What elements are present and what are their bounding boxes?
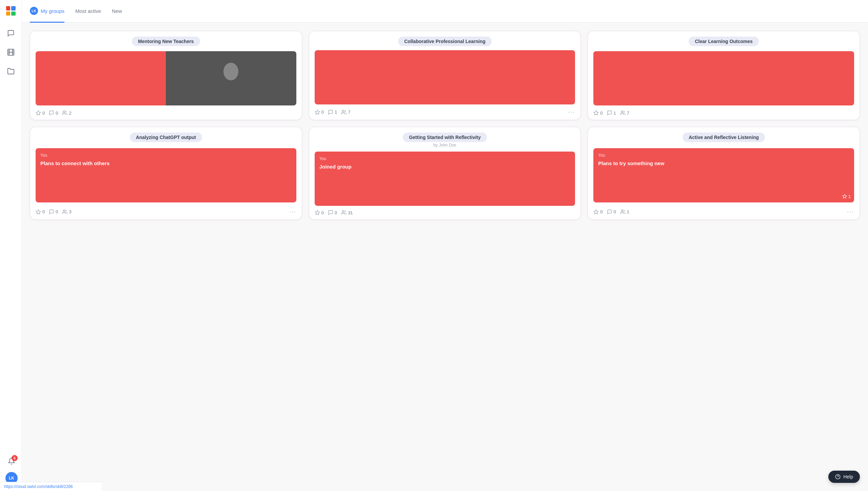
tabs-bar: LKMy groupsMost activeNew <box>22 0 868 23</box>
tab-label-most-active: Most active <box>75 8 101 14</box>
folder-icon[interactable] <box>5 65 17 77</box>
help-button[interactable]: Help <box>828 471 860 483</box>
tab-label-my-groups: My groups <box>41 8 64 14</box>
tab-my-groups[interactable]: LKMy groups <box>30 0 64 23</box>
film-icon[interactable] <box>5 46 17 58</box>
card-comments-analyzing-chatgpt-output[interactable]: 0 <box>49 209 58 215</box>
card-members-getting-started-with-reflectivity: 31 <box>341 210 353 215</box>
card-more-button-active-and-reflective-listening[interactable]: ··· <box>847 208 854 215</box>
svg-point-6 <box>342 110 344 112</box>
card-stars-collaborative-professional-learning[interactable]: 0 <box>315 110 324 115</box>
card-comments-mentoring-new-teachers[interactable]: 0 <box>49 110 58 116</box>
card-image-collaborative-professional-learning <box>309 50 581 104</box>
svg-marker-9 <box>36 210 40 214</box>
card-image-mentoring-new-teachers <box>30 50 302 106</box>
card-active-and-reflective-listening[interactable]: Active and Reflective ListeningYouPlans … <box>588 127 860 220</box>
svg-marker-3 <box>36 111 40 115</box>
card-image-analyzing-chatgpt-output: YouPlans to connect with others <box>30 146 302 204</box>
card-comments-active-and-reflective-listening[interactable]: 0 <box>607 209 616 215</box>
card-stars-clear-learning-outcomes[interactable]: 0 <box>593 110 603 116</box>
notification-badge: 6 <box>12 455 18 461</box>
card-clear-learning-outcomes[interactable]: Clear Learning Outcomes017 <box>588 31 860 120</box>
card-title-getting-started-with-reflectivity: Getting Started with Reflectivity <box>403 133 487 142</box>
card-star-badge-active-and-reflective-listening: 1 <box>842 194 851 199</box>
card-stars-mentoring-new-teachers[interactable]: 0 <box>36 110 45 116</box>
main-content: LKMy groupsMost activeNew Mentoring New … <box>22 0 868 491</box>
svg-point-12 <box>342 211 344 212</box>
card-title-analyzing-chatgpt-output: Analyzing ChatGPT output <box>130 133 202 142</box>
cards-grid: Mentoring New Teachers002Collaborative P… <box>30 31 860 220</box>
card-analyzing-chatgpt-output[interactable]: Analyzing ChatGPT outputYouPlans to conn… <box>30 127 302 220</box>
tab-avatar-my-groups: LK <box>30 7 38 15</box>
card-title-clear-learning-outcomes: Clear Learning Outcomes <box>689 37 758 46</box>
svg-point-8 <box>621 111 623 113</box>
card-overlay-you-active-and-reflective-listening: You <box>598 153 849 158</box>
card-footer-mentoring-new-teachers: 002 <box>30 106 302 120</box>
svg-marker-5 <box>315 110 319 114</box>
card-header-analyzing-chatgpt-output: Analyzing ChatGPT output <box>30 127 302 146</box>
card-footer-collaborative-professional-learning: 017··· <box>309 104 581 120</box>
card-header-active-and-reflective-listening: Active and Reflective Listening <box>588 127 860 146</box>
card-header-getting-started-with-reflectivity: Getting Started with Reflectivityby John… <box>309 127 581 152</box>
card-header-mentoring-new-teachers: Mentoring New Teachers <box>30 31 302 50</box>
card-subtitle-getting-started-with-reflectivity: by John Doe <box>403 143 487 148</box>
card-overlay-you-getting-started-with-reflectivity: You <box>319 156 571 161</box>
card-title-mentoring-new-teachers: Mentoring New Teachers <box>132 37 200 46</box>
card-stars-analyzing-chatgpt-output[interactable]: 0 <box>36 209 45 215</box>
app-logo[interactable] <box>4 4 18 18</box>
card-comments-getting-started-with-reflectivity[interactable]: 0 <box>328 210 337 215</box>
chat-icon[interactable] <box>5 27 17 39</box>
card-comments-clear-learning-outcomes[interactable]: 1 <box>607 110 616 116</box>
svg-point-15 <box>621 210 623 212</box>
svg-marker-11 <box>315 210 319 215</box>
card-members-clear-learning-outcomes: 7 <box>620 110 629 116</box>
card-image-clear-learning-outcomes <box>588 50 860 106</box>
card-overlay-text-getting-started-with-reflectivity: Joined group <box>319 163 571 170</box>
svg-marker-13 <box>843 194 847 198</box>
svg-marker-14 <box>594 210 598 214</box>
card-overlay-text-active-and-reflective-listening: Plans to try something new <box>598 160 849 167</box>
card-members-analyzing-chatgpt-output: 3 <box>62 209 71 215</box>
card-members-collaborative-professional-learning: 7 <box>341 110 350 115</box>
card-members-mentoring-new-teachers: 2 <box>62 110 71 116</box>
sidebar <box>0 0 22 491</box>
card-header-clear-learning-outcomes: Clear Learning Outcomes <box>588 31 860 50</box>
card-title-active-and-reflective-listening: Active and Reflective Listening <box>683 133 765 142</box>
tab-label-new: New <box>112 8 122 14</box>
card-footer-active-and-reflective-listening: 001··· <box>588 204 860 219</box>
card-collaborative-professional-learning[interactable]: Collaborative Professional Learning017··… <box>309 31 581 120</box>
svg-point-4 <box>63 111 65 113</box>
tab-most-active[interactable]: Most active <box>75 1 101 22</box>
card-mentoring-new-teachers[interactable]: Mentoring New Teachers002 <box>30 31 302 120</box>
notification-button[interactable]: 6 <box>5 455 18 467</box>
help-label: Help <box>843 474 853 479</box>
cards-area: Mentoring New Teachers002Collaborative P… <box>22 23 868 491</box>
card-getting-started-with-reflectivity[interactable]: Getting Started with Reflectivityby John… <box>309 127 581 220</box>
tab-new[interactable]: New <box>112 1 122 22</box>
svg-marker-7 <box>594 111 598 115</box>
card-overlay-you-analyzing-chatgpt-output: You <box>40 153 292 158</box>
card-stars-getting-started-with-reflectivity[interactable]: 0 <box>315 210 324 215</box>
svg-point-2 <box>219 81 243 95</box>
card-members-active-and-reflective-listening: 1 <box>620 209 629 215</box>
card-more-button-collaborative-professional-learning[interactable]: ··· <box>568 109 575 116</box>
card-title-collaborative-professional-learning: Collaborative Professional Learning <box>398 37 492 46</box>
card-more-button-analyzing-chatgpt-output[interactable]: ··· <box>289 208 296 215</box>
card-image-getting-started-with-reflectivity: YouJoined group <box>309 152 581 206</box>
card-footer-getting-started-with-reflectivity: 0031 <box>309 206 581 219</box>
card-image-active-and-reflective-listening: YouPlans to try something new 1 <box>588 146 860 204</box>
status-bar: https://cloud.swivl.com/skills/skill/226… <box>0 482 102 491</box>
svg-point-1 <box>223 63 238 80</box>
card-overlay-text-analyzing-chatgpt-output: Plans to connect with others <box>40 160 292 167</box>
card-header-collaborative-professional-learning: Collaborative Professional Learning <box>309 31 581 50</box>
card-comments-collaborative-professional-learning[interactable]: 1 <box>328 110 337 115</box>
card-footer-analyzing-chatgpt-output: 003··· <box>30 204 302 219</box>
svg-point-10 <box>63 210 65 212</box>
card-stars-active-and-reflective-listening[interactable]: 0 <box>593 209 603 215</box>
card-footer-clear-learning-outcomes: 017 <box>588 106 860 120</box>
